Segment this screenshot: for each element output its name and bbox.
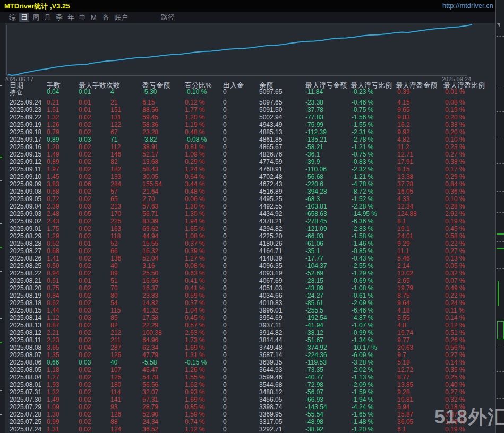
table-row-1-cell-8: -37.78 [305, 106, 323, 114]
table-row-12-cell-5: 0.48 % [185, 188, 204, 195]
table-row-20-cell-11: 0.27 % [445, 247, 465, 255]
table-row-12-cell-7: 4516.89 [259, 188, 282, 195]
table-row-3-cell-2: 0.02 [79, 121, 91, 128]
table-row-43-cell-1: 0.99 [47, 418, 59, 426]
background-gridline-fragment [497, 371, 504, 372]
table-row-26-cell-8: -24.27 [305, 292, 323, 299]
table-row-31-cell-0: 2025.08.12 [10, 329, 41, 336]
table-row-12-cell-9: -8.72 % [352, 188, 373, 195]
table-row-1-cell-3: 151 [110, 106, 121, 114]
table-row-26-cell-4: 23.83 [142, 292, 158, 299]
table-row-38-cell-3: 180 [110, 381, 121, 388]
table-row-6-cell-1: 1.20 [47, 143, 59, 151]
table-row-11-cell-6: 0 [223, 180, 227, 188]
table-row-0-cell-7: 5097.65 [259, 99, 282, 106]
table-row-41-cell-6: 0 [223, 403, 227, 411]
table-row-19-cell-7: 4180.26 [259, 240, 282, 247]
table-row-4-cell-3: 67 [110, 128, 117, 136]
table-row-32-cell-7: 3814.44 [259, 336, 282, 344]
table-row-35-cell-10: 5.18 [397, 359, 409, 366]
table-row-21-cell-0: 2025.08.26 [10, 255, 41, 262]
table-row-38-cell-4: 56.56 [142, 381, 158, 388]
window-title: MTDriver统计 ,V3.25 [4, 2, 70, 11]
table-row-36-cell-7: 3644.93 [259, 366, 282, 374]
table-row-16-cell-1: 2.43 [47, 218, 59, 225]
toolbar-item-3[interactable]: 月 [42, 13, 53, 22]
background-candle-fragment [497, 233, 504, 235]
table-row-8-cell-6: 0 [223, 158, 227, 166]
table-row-29-cell-9: -4.87 % [352, 314, 373, 322]
table-row-11-cell-5: 3.44 % [185, 180, 204, 188]
table-row-12-cell-0: 2025.09.08 [10, 188, 41, 195]
table-row-43-cell-4: 24.34 [142, 418, 158, 426]
table-row-38-cell-2: 0.02 [79, 381, 91, 388]
toolbar-item-0[interactable]: 综 [7, 13, 18, 22]
table-row-31-cell-10: 19.74 [397, 329, 413, 336]
balance-curve-line [8, 25, 472, 76]
mtdriver-url-link[interactable]: http://mtdriver.cn [442, 2, 493, 10]
table-row-1-cell-1: 1.51 [47, 106, 59, 114]
table-row-28-cell-5: 1.04 % [185, 307, 204, 314]
table-row-13-cell-7: 4495.25 [259, 195, 282, 203]
toolbar-item-5[interactable]: 年 [66, 13, 76, 22]
table-row-37-cell-0: 2025.08.04 [10, 374, 41, 381]
background-gridline-fragment [497, 212, 504, 213]
toolbar-item-8[interactable]: 备 [101, 13, 111, 22]
table-row-22-cell-11: 0.05 % [445, 262, 465, 270]
table-row-21-cell-6: 0 [223, 255, 227, 262]
table-row-40-cell-10: 10.81 [397, 396, 413, 403]
table-row-23-cell-2: 0.02 [79, 270, 91, 277]
table-row-37-cell-5: 1.55 % [185, 374, 204, 381]
table-row-34-cell-1: 1.35 [47, 351, 59, 359]
table-row-23-cell-5: 0.63 % [185, 270, 204, 277]
position-row-cell-9: -0.23 % [352, 88, 373, 96]
table-row-14-cell-11: 0.28 % [445, 203, 465, 210]
table-row-0-cell-3: 21 [110, 99, 117, 106]
toolbar-item-path[interactable]: 路径 [159, 13, 176, 22]
toolbar-item-4[interactable]: 季 [54, 13, 64, 22]
toolbar-item-2[interactable]: 周 [31, 13, 41, 22]
table-row-19-cell-2: 0.01 [79, 240, 91, 247]
table-row-31-cell-6: 0 [223, 329, 227, 336]
table-row-34-cell-8: -224.36 [305, 351, 327, 359]
table-row-35-cell-9: -3.28 % [352, 359, 373, 366]
table-row-23-cell-4: 25.50 [142, 270, 158, 277]
table-row-30-cell-8: -41.94 [305, 322, 323, 329]
background-scale-tick [0, 390, 2, 391]
table-row-44-cell-1: 1.31 [47, 426, 59, 433]
table-row-4-cell-7: 4885.13 [259, 128, 282, 136]
table-row-3-cell-1: 1.26 [47, 121, 59, 128]
table-row-42-cell-2: 0.02 [79, 411, 91, 418]
table-row-37-cell-3: 125 [110, 374, 121, 381]
table-row-9-cell-9: -2.32 % [352, 166, 373, 173]
table-row-1-cell-9: -0.75 % [352, 106, 373, 114]
table-row-37-cell-1: 1.27 [47, 374, 59, 381]
table-row-8-cell-4: 13.68 [142, 158, 158, 166]
table-row-29-cell-8: -192.54 [305, 314, 327, 322]
table-row-39-cell-2: 0.02 [79, 388, 91, 396]
table-row-43-cell-5: 0.74 % [185, 418, 204, 426]
table-row-43-cell-7: 3317.05 [259, 418, 282, 426]
table-row-31-cell-3: 212 [110, 329, 121, 336]
toolbar-item-6[interactable]: 巾 [78, 13, 88, 22]
background-gridline-fragment [497, 345, 504, 345]
toolbar-item-9[interactable]: 账户 [113, 13, 130, 22]
table-row-5-cell-8: -135.21 [305, 136, 327, 143]
table-row-12-cell-8: -394.28 [305, 188, 327, 195]
table-row-8-cell-9: -0.83 % [352, 158, 373, 166]
table-row-14-cell-5: 1.30 % [185, 203, 204, 210]
table-row-40-cell-1: 1.49 [47, 396, 59, 403]
toolbar-item-7[interactable]: M [89, 13, 98, 22]
table-row-23-cell-11: 0.32 % [445, 270, 465, 277]
table-row-5-cell-6: 0 [223, 136, 227, 143]
table-row-12-cell-10: 16.05 [397, 188, 413, 195]
table-row-8-cell-5: 0.29 % [185, 158, 204, 166]
table-row-44-cell-4: 36.52 [142, 426, 158, 433]
table-row-30-cell-1: 0.87 [47, 322, 59, 329]
background-scale-tick [0, 85, 2, 86]
table-row-37-cell-2: 0.02 [79, 374, 91, 381]
table-row-23-cell-0: 2025.08.22 [10, 270, 41, 277]
table-row-33-cell-6: 0 [223, 344, 227, 351]
toolbar-item-1[interactable]: 日 [19, 13, 29, 22]
table-row-18-cell-10: 24.01 [397, 232, 413, 240]
